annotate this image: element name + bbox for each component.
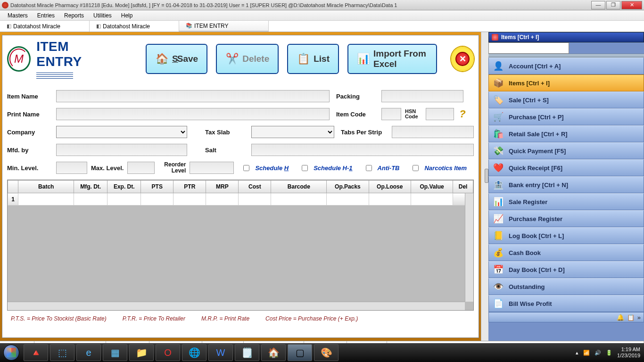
taskbar-ie[interactable]: e <box>76 344 101 361</box>
sidebar-item-2[interactable]: 🏷️Sale [Ctrl + S] <box>488 91 644 108</box>
import-button[interactable]: 📊Import From Excel <box>347 44 437 74</box>
tabs-per-strip-input[interactable] <box>392 126 474 138</box>
delete-button[interactable]: ✂️Delete <box>216 44 279 74</box>
col-del[interactable]: Del <box>453 181 473 193</box>
col-pts[interactable]: PTS <box>141 181 173 193</box>
sidebar-item-7[interactable]: 🏦Bank entry [Ctrl + N] <box>488 176 644 193</box>
chevron-icon[interactable]: » <box>637 314 641 321</box>
taskbar-app1[interactable]: ⬚ <box>50 344 74 361</box>
mdi-scrollbar[interactable] <box>481 32 488 341</box>
salt-input[interactable] <box>251 144 474 156</box>
side-panel-search[interactable] <box>488 42 569 54</box>
tray-battery-icon[interactable]: 🔋 <box>606 350 612 356</box>
tab-datotahost-1[interactable]: ◧Datotahost Miracle <box>0 21 90 32</box>
table-scrollbar-h[interactable] <box>8 302 465 310</box>
close-form-button[interactable]: ✕ <box>451 47 474 71</box>
label-reorder-level: Reorder Level <box>158 162 186 174</box>
col-op-loose[interactable]: Op.Loose <box>369 181 411 193</box>
col-op-value[interactable]: Op.Value <box>411 181 453 193</box>
window-title: Datotahost Miracle Pharmacy #181218 [Edu… <box>10 2 591 8</box>
col-barcode[interactable]: Barcode <box>271 181 327 193</box>
max-level-input[interactable] <box>127 162 155 174</box>
start-button[interactable] <box>0 344 23 362</box>
taskbar-word[interactable]: W <box>208 344 233 361</box>
save-icon: 🏠 <box>155 52 168 66</box>
sidebar-item-3[interactable]: 🛒Purchase [Ctrl + P] <box>488 108 644 125</box>
sidebar-item-label: Items [Ctrl + I] <box>509 80 550 87</box>
menu-masters[interactable]: Masters <box>3 11 33 20</box>
narcotics-checkbox[interactable] <box>413 165 419 171</box>
taskbar-explorer[interactable]: 📁 <box>129 344 154 361</box>
label-min-level: Min. Level. <box>7 165 52 172</box>
menu-reports[interactable]: Reports <box>59 11 89 20</box>
company-select[interactable] <box>56 126 187 138</box>
list-button[interactable]: 📋List <box>287 44 339 74</box>
sidebar-item-label: Cash Book <box>509 249 541 256</box>
item-name-input[interactable] <box>56 90 330 102</box>
taskbar-vlc[interactable]: 🔺 <box>24 344 48 361</box>
item-code-input[interactable] <box>381 108 401 120</box>
taskbar-notes[interactable]: 🗒️ <box>235 344 259 361</box>
titlebar: Datotahost Miracle Pharmacy #181218 [Edu… <box>0 0 644 10</box>
schedule-h-checkbox[interactable] <box>243 165 249 171</box>
tray-network-icon[interactable]: 📶 <box>583 350 590 356</box>
col-mfg-dt[interactable]: Mfg. Dt. <box>74 181 107 193</box>
taskbar-taskmgr[interactable]: ▦ <box>103 344 127 361</box>
tray-chevron-icon[interactable]: ▴ <box>576 350 578 356</box>
item-entry-card: M ITEM ENTRY 🏠SSave ✂️Delete 📋List 📊Impo… <box>2 35 479 338</box>
side-panel-grip[interactable] <box>488 54 644 58</box>
footer-icon-1[interactable]: 🔔 <box>617 314 624 321</box>
sidebar-item-icon: 💰 <box>493 247 504 258</box>
reorder-level-input[interactable] <box>190 162 234 174</box>
tax-slab-select[interactable] <box>251 126 334 138</box>
col-exp-dt[interactable]: Exp. Dt. <box>107 181 141 193</box>
taskbar-snip[interactable]: ▢ <box>288 344 312 361</box>
sidebar-item-12[interactable]: 📅Day Book [Ctrl + D] <box>488 261 644 278</box>
tab-item-entry[interactable]: 📚ITEM ENTRY <box>179 21 269 32</box>
menu-entries[interactable]: Entries <box>33 11 59 20</box>
minimize-button[interactable]: — <box>591 1 605 9</box>
tray-volume-icon[interactable]: 🔊 <box>594 350 601 356</box>
col-mrp[interactable]: MRP <box>206 181 239 193</box>
anti-tb-checkbox[interactable] <box>366 165 372 171</box>
tab-datotahost-2[interactable]: ◧Datotahost Miracle <box>90 21 179 32</box>
sidebar-item-5[interactable]: 💸Quick Payment [F5] <box>488 142 644 159</box>
sidebar-item-6[interactable]: ❤️Quick Receipt [F6] <box>488 159 644 176</box>
col-op-packs[interactable]: Op.Packs <box>327 181 369 193</box>
app-logo: M <box>7 46 31 72</box>
save-button[interactable]: 🏠SSave <box>146 44 207 74</box>
sidebar-item-9[interactable]: 📈Purchase Register <box>488 210 644 227</box>
sidebar-item-13[interactable]: 👁️Outstanding <box>488 278 644 295</box>
footer-icon-2[interactable]: 📋 <box>627 314 635 321</box>
schedule-h1-checkbox[interactable] <box>302 165 308 171</box>
sidebar-item-4[interactable]: 🛍️Retail Sale [Ctrl + R] <box>488 125 644 142</box>
taskbar-pharmacy[interactable]: 🏠 <box>261 344 286 361</box>
maximize-button[interactable]: ❐ <box>606 1 620 9</box>
min-level-input[interactable] <box>56 162 87 174</box>
col-cost[interactable]: Cost <box>239 181 271 193</box>
hsn-code-input[interactable] <box>426 108 454 120</box>
sidebar-item-10[interactable]: 📒Log Book [Ctrl + L] <box>488 227 644 244</box>
batch-table-wrap: Batch Mfg. Dt. Exp. Dt. PTS PTR MRP Cost… <box>7 180 474 311</box>
taskbar-opera[interactable]: O <box>156 344 180 361</box>
sidebar-item-8[interactable]: 📊Sale Register <box>488 193 644 210</box>
taskbar: 🔺 ⬚ e ▦ 📁 O 🌐 W 🗒️ 🏠 ▢ 🎨 ▴ 📶 🔊 🔋 1:19 AM… <box>0 343 644 362</box>
menu-help[interactable]: Help <box>116 11 138 20</box>
help-icon[interactable]: ? <box>458 108 467 120</box>
table-row[interactable]: 1 <box>8 193 473 206</box>
tray-clock[interactable]: 1:19 AM 1/23/2019 <box>617 346 640 359</box>
sidebar-item-0[interactable]: 👤Account [Ctrl + A] <box>488 58 644 74</box>
col-batch[interactable]: Batch <box>18 181 74 193</box>
menu-utilities[interactable]: Utilities <box>89 11 116 20</box>
taskbar-chrome[interactable]: 🌐 <box>182 344 206 361</box>
sidebar-item-14[interactable]: 📄Bill Wise Profit <box>488 295 644 312</box>
table-scrollbar-v[interactable] <box>465 193 473 302</box>
taskbar-paint[interactable]: 🎨 <box>314 344 339 361</box>
sidebar-item-11[interactable]: 💰Cash Book <box>488 244 644 261</box>
mfd-by-input[interactable] <box>56 144 187 156</box>
col-ptr[interactable]: PTR <box>173 181 206 193</box>
sidebar-item-1[interactable]: 📦Items [Ctrl + I] <box>488 74 644 91</box>
packing-input[interactable] <box>381 90 463 102</box>
print-name-input[interactable] <box>56 108 330 120</box>
close-window-button[interactable]: ✕ <box>621 1 642 9</box>
